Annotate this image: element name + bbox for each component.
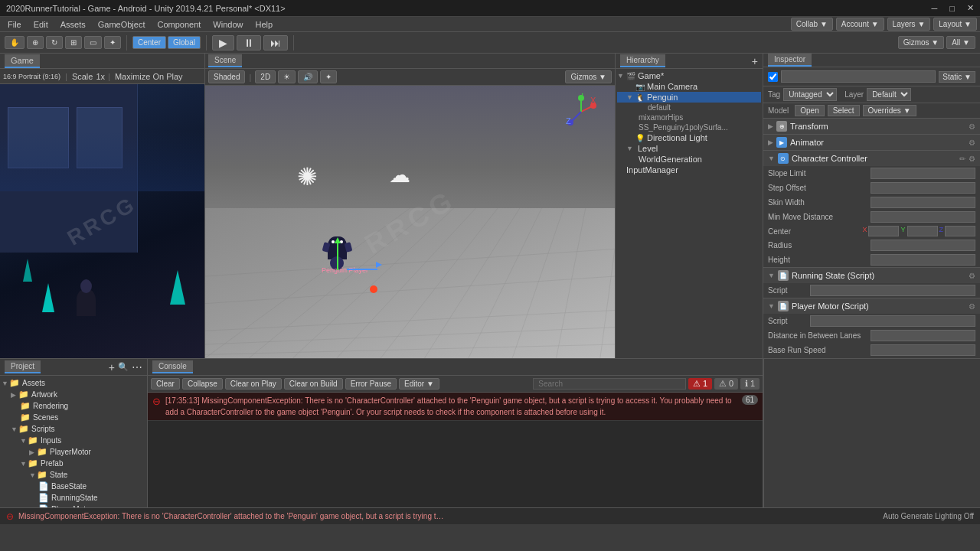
scene-tab[interactable]: Scene (208, 54, 242, 67)
project-item-inputs[interactable]: ▼ 📁 Inputs (2, 435, 145, 446)
hierarchy-tab[interactable]: Hierarchy (620, 54, 665, 67)
hierarchy-item-penguin[interactable]: ▼ 🐧 Penguin (617, 92, 761, 103)
pm-options[interactable]: ⚙ (969, 302, 975, 311)
gizmos-button[interactable]: Gizmos ▼ (898, 36, 945, 49)
menu-window[interactable]: Window (208, 20, 247, 29)
character-controller-header[interactable]: ▼ ⊙ Character Controller ✏ ⚙ (763, 151, 980, 166)
transform-options[interactable]: ⚙ (969, 122, 975, 131)
project-item-scripts[interactable]: ▼ 📁 Scripts (2, 423, 145, 435)
height-input[interactable]: 2 (871, 254, 975, 266)
shaded-dropdown[interactable]: Shaded (208, 70, 245, 83)
tag-select[interactable]: Untagged (783, 88, 837, 101)
cc-edit-btn[interactable]: ✏ (959, 155, 965, 163)
2d-btn[interactable]: 2D (255, 70, 276, 83)
center-pivot-btn[interactable]: Center (132, 36, 166, 49)
layers-button[interactable]: Layers ▼ (887, 18, 931, 31)
gizmos-scene-btn[interactable]: Gizmos ▼ (565, 70, 612, 83)
skin-width-input[interactable]: 0.08 (871, 197, 975, 208)
play-button[interactable]: ▶ (212, 35, 234, 51)
hierarchy-item-light[interactable]: 💡 Directional Light (617, 132, 761, 143)
step-button[interactable]: ⏭ (263, 35, 288, 51)
project-item-playermotor[interactable]: ▶ 📁 PlayerMotor (2, 446, 145, 458)
clear-btn[interactable]: Clear (151, 378, 180, 390)
rs-script-value[interactable]: RunningState (810, 285, 975, 296)
pm-script-value[interactable]: PlayerMotor (810, 315, 975, 327)
menu-edit[interactable]: Edit (29, 20, 53, 29)
base-run-input[interactable]: 5 (871, 344, 975, 356)
menu-assets[interactable]: Assets (56, 20, 90, 29)
scene-canvas[interactable]: ✺ ☁ Penguin Player (205, 86, 615, 358)
layout-button[interactable]: Layout ▼ (933, 18, 977, 31)
center-y[interactable]: 0 (907, 226, 938, 236)
static-button[interactable]: Static ▼ (939, 71, 975, 83)
active-checkbox[interactable] (768, 72, 778, 82)
clear-on-build-btn[interactable]: Clear on Build (284, 378, 343, 390)
project-tab[interactable]: Project (5, 360, 41, 373)
account-button[interactable]: Account ▼ (836, 18, 884, 31)
cc-options[interactable]: ⚙ (969, 155, 975, 163)
step-offset-input[interactable]: 0.3 (871, 182, 975, 194)
center-z[interactable]: 0 (945, 226, 975, 236)
project-item-basestate[interactable]: 📄 BaseState (2, 481, 145, 492)
project-item-runningstate[interactable]: 📄 RunningState (2, 492, 145, 504)
rotate-tool[interactable]: ↻ (46, 36, 63, 49)
game-tab[interactable]: Game (5, 54, 40, 68)
editor-btn[interactable]: Editor ▼ (399, 378, 439, 390)
hierarchy-item-level[interactable]: ▼ Level (617, 143, 761, 154)
center-x[interactable]: 0 (868, 226, 899, 236)
maximize-on-play[interactable]: Maximize On Play (115, 72, 183, 81)
object-name-field[interactable]: Penguin (781, 70, 936, 83)
collapse-btn[interactable]: Collapse (182, 378, 223, 390)
animator-header[interactable]: ▶ ▶ Animator ⚙ (763, 135, 980, 150)
project-item-artwork[interactable]: ▶ 📁 Artwork (2, 389, 145, 400)
hierarchy-item-worldgen[interactable]: WorldGeneration (617, 154, 761, 165)
project-item-state[interactable]: ▼ 📁 State (2, 469, 145, 481)
close-btn[interactable]: ✕ (967, 3, 974, 13)
min-move-input[interactable]: 0.001 (871, 211, 975, 223)
all-button[interactable]: All ▼ (946, 36, 975, 49)
project-options-btn[interactable]: ⋯ (132, 361, 142, 373)
radius-input[interactable]: 0.5 (871, 240, 975, 251)
pause-button[interactable]: ⏸ (237, 35, 261, 51)
running-state-header[interactable]: ▼ 📄 Running State (Script) ⚙ (763, 268, 980, 283)
minimize-btn[interactable]: ─ (932, 4, 938, 13)
rect-tool[interactable]: ▭ (84, 36, 102, 49)
console-search[interactable] (533, 378, 686, 390)
inspector-tab[interactable]: Inspector (768, 54, 812, 67)
distance-lanes-input[interactable]: 3 (871, 330, 975, 341)
scene-character[interactable]: Penguin Player (328, 236, 347, 270)
hierarchy-item-mixamorHips[interactable]: mixamorHips (617, 112, 761, 122)
hierarchy-item-ss[interactable]: SS_Penguiny1polySurfa... (617, 122, 761, 132)
rs-options[interactable]: ⚙ (969, 272, 975, 280)
console-tab[interactable]: Console (152, 360, 193, 373)
menu-gameobject[interactable]: GameObject (93, 20, 150, 29)
maximize-btn[interactable]: □ (949, 4, 955, 13)
hierarchy-item-camera[interactable]: 📷 Main Camera (617, 81, 761, 92)
project-item-assets[interactable]: ▼ 📁 Assets (2, 377, 145, 389)
hierarchy-item-game[interactable]: ▼ 🎬 Game* (617, 70, 761, 81)
lighting-btn[interactable]: ☀ (278, 70, 296, 83)
project-item-playermotor2[interactable]: 📄 PlayerMotor (2, 504, 145, 507)
project-add-btn[interactable]: + (109, 361, 115, 373)
overrides-btn[interactable]: Overrides ▼ (863, 105, 916, 116)
menu-file[interactable]: File (3, 20, 26, 29)
select-btn[interactable]: Select (828, 105, 860, 116)
audio-btn[interactable]: 🔊 (298, 70, 318, 83)
clear-on-play-btn[interactable]: Clear on Play (225, 378, 282, 390)
error-pause-btn[interactable]: Error Pause (345, 378, 397, 390)
transform-tool[interactable]: ✦ (104, 36, 121, 49)
slope-limit-input[interactable]: 45 (871, 168, 975, 179)
transform-header[interactable]: ▶ ⊕ Transform ⚙ (763, 119, 980, 134)
hand-tool[interactable]: ✋ (5, 36, 24, 49)
fx-btn[interactable]: ✦ (320, 70, 337, 83)
global-btn[interactable]: Global (168, 36, 201, 49)
layer-select[interactable]: Default (867, 88, 911, 101)
menu-help[interactable]: Help (250, 20, 277, 29)
scale-tool[interactable]: ⊞ (65, 36, 82, 49)
project-item-prefab[interactable]: ▼ 📁 Prefab (2, 458, 145, 469)
project-item-scenes[interactable]: 📁 Scenes (2, 412, 145, 423)
menu-component[interactable]: Component (152, 20, 205, 29)
project-item-rendering[interactable]: 📁 Rendering (2, 400, 145, 412)
player-motor-header[interactable]: ▼ 📄 Player Motor (Script) ⚙ (763, 298, 980, 314)
hierarchy-add-btn[interactable]: + (752, 55, 758, 67)
